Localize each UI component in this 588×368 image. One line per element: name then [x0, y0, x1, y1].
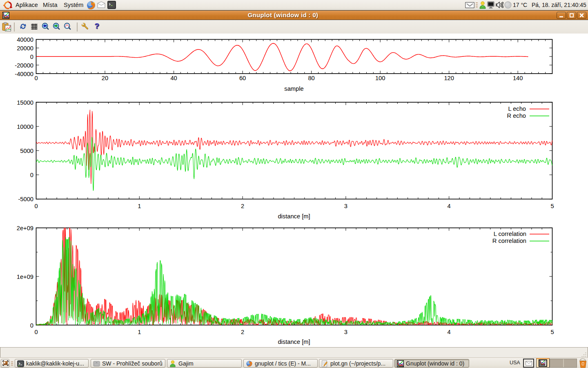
svg-text:10000: 10000: [17, 123, 33, 130]
svg-text:0: 0: [34, 203, 38, 209]
svg-text:L correlation: L correlation: [494, 231, 526, 237]
svg-text:80: 80: [308, 75, 314, 81]
svg-text:0: 0: [34, 75, 38, 81]
svg-text:60: 60: [239, 75, 246, 81]
svg-text:120: 120: [444, 75, 454, 81]
svg-text:-40000: -40000: [15, 71, 33, 77]
svg-text:-20000: -20000: [15, 62, 33, 69]
svg-text:1: 1: [138, 329, 141, 335]
svg-text:1: 1: [138, 203, 141, 209]
svg-text:2: 2: [241, 329, 244, 335]
svg-text:distance [m]: distance [m]: [278, 213, 310, 220]
svg-text:0: 0: [30, 172, 33, 178]
svg-text:15000: 15000: [17, 99, 33, 106]
svg-text:3: 3: [344, 203, 347, 209]
svg-text:3: 3: [344, 329, 347, 335]
svg-text:20: 20: [102, 75, 108, 81]
svg-text:-5000: -5000: [18, 196, 33, 202]
svg-text:140: 140: [513, 75, 523, 81]
svg-text:5: 5: [550, 329, 554, 335]
svg-text:L echo: L echo: [508, 105, 526, 112]
svg-text:5000: 5000: [20, 148, 33, 154]
svg-text:distance [m]: distance [m]: [278, 339, 310, 345]
svg-text:0: 0: [34, 329, 38, 335]
svg-text:40000: 40000: [17, 36, 33, 43]
svg-text:R correlation: R correlation: [492, 238, 526, 244]
svg-text:100: 100: [375, 75, 385, 81]
svg-text:0: 0: [30, 54, 33, 60]
svg-text:2e+09: 2e+09: [17, 225, 33, 231]
svg-text:R echo: R echo: [507, 112, 526, 119]
svg-text:0: 0: [30, 322, 33, 329]
svg-text:40: 40: [170, 75, 177, 81]
svg-text:sample: sample: [284, 85, 303, 92]
svg-text:2: 2: [241, 203, 244, 209]
svg-text:1e+09: 1e+09: [17, 274, 33, 280]
svg-text:4: 4: [448, 329, 451, 335]
svg-text:20000: 20000: [17, 45, 33, 52]
svg-text:5: 5: [550, 203, 554, 209]
svg-text:4: 4: [448, 203, 451, 209]
